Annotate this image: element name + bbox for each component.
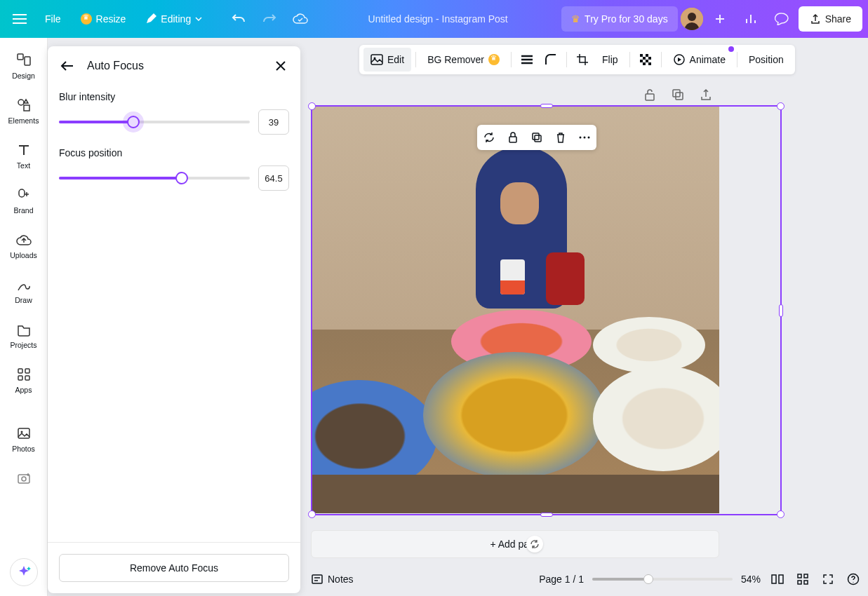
resize-button[interactable]: Resize	[72, 5, 135, 33]
resize-handle-n[interactable]	[540, 104, 553, 108]
rail-label: Uploads	[10, 251, 37, 259]
svg-rect-6	[24, 105, 29, 111]
rail-label: Draw	[15, 296, 32, 304]
avatar-image	[681, 8, 703, 30]
magic-button[interactable]	[10, 558, 38, 586]
blur-intensity-value[interactable]: 39	[258, 109, 289, 135]
more-options-button[interactable]	[577, 130, 592, 145]
resize-handle-se[interactable]	[777, 510, 784, 518]
lock-element-button[interactable]	[505, 130, 521, 145]
selection-box[interactable]	[311, 105, 782, 515]
blur-intensity-slider[interactable]	[59, 115, 250, 129]
refresh-icon	[483, 131, 495, 144]
page-view-button[interactable]	[769, 571, 786, 588]
design-icon	[16, 53, 32, 68]
resize-handle-ne[interactable]	[777, 102, 784, 110]
svg-rect-27	[673, 90, 680, 97]
position-button[interactable]: Position	[742, 48, 791, 72]
crop-icon	[576, 53, 589, 66]
focus-position-label: Focus position	[59, 147, 289, 158]
bottom-bar: Notes Page 1 / 1 54%	[311, 565, 862, 593]
svg-rect-8	[25, 369, 29, 373]
redo-button[interactable]	[255, 5, 283, 33]
resize-handle-sw[interactable]	[308, 510, 316, 518]
cloud-check-icon	[293, 13, 308, 25]
rail-brand[interactable]: Brand	[3, 181, 45, 220]
camera-plus-icon	[16, 471, 32, 485]
panel-back-button[interactable]	[59, 57, 76, 74]
sync-icon	[530, 539, 540, 549]
document-title[interactable]: Untitled design - Instagram Post	[317, 13, 559, 25]
share-button[interactable]: Share	[799, 6, 862, 32]
focus-position-value[interactable]: 64.5	[258, 165, 289, 191]
duplicate-page-button[interactable]	[670, 87, 686, 102]
focus-position-slider[interactable]	[59, 171, 250, 185]
crop-button[interactable]	[571, 48, 594, 72]
analytics-button[interactable]	[737, 5, 765, 33]
panel-close-button[interactable]	[272, 57, 289, 74]
export-icon	[700, 88, 712, 101]
text-icon	[16, 142, 32, 158]
position-label: Position	[749, 54, 784, 65]
menu-button[interactable]	[6, 5, 34, 33]
unlock-icon	[644, 88, 655, 101]
rail-text[interactable]: Text	[3, 136, 45, 175]
add-page-button[interactable]: + Add page	[311, 530, 719, 558]
resize-handle-s[interactable]	[540, 513, 553, 517]
comment-icon	[775, 13, 789, 25]
element-floating-toolbar	[477, 125, 596, 150]
rail-label: Photos	[12, 445, 35, 453]
notes-button[interactable]: Notes	[311, 574, 354, 585]
draw-icon	[16, 277, 32, 292]
crown-icon	[488, 54, 500, 65]
rail-uploads[interactable]: Uploads	[3, 226, 45, 265]
try-pro-button[interactable]: ♛ Try Pro for 30 days	[561, 6, 678, 32]
svg-rect-30	[533, 133, 539, 140]
copy-element-button[interactable]	[529, 130, 545, 145]
cloud-status[interactable]	[286, 5, 314, 33]
user-avatar[interactable]	[681, 8, 703, 30]
svg-rect-39	[804, 574, 808, 578]
rail-extra[interactable]	[3, 464, 45, 492]
edit-image-button[interactable]: Edit	[363, 48, 411, 72]
canvas-utilities	[642, 87, 714, 102]
zoom-value[interactable]: 54%	[741, 574, 761, 585]
export-page-button[interactable]	[698, 87, 714, 102]
undo-button[interactable]	[225, 5, 253, 33]
editing-menu[interactable]: Editing	[137, 5, 211, 33]
grid-view-button[interactable]	[794, 571, 811, 588]
remove-auto-focus-button[interactable]: Remove Auto Focus	[59, 554, 289, 582]
rail-draw[interactable]: Draw	[3, 271, 45, 310]
resize-handle-nw[interactable]	[308, 102, 316, 110]
corner-rounding-button[interactable]	[540, 48, 562, 72]
crown-icon	[81, 13, 92, 25]
help-button[interactable]	[845, 571, 862, 588]
rail-projects[interactable]: Projects	[3, 316, 45, 355]
transparency-button[interactable]	[634, 48, 657, 72]
rail-design[interactable]: Design	[3, 46, 45, 86]
rail-label: Elements	[8, 116, 39, 125]
plus-icon	[714, 13, 726, 25]
svg-rect-37	[779, 575, 783, 583]
rail-photos[interactable]: Photos	[3, 419, 45, 459]
file-menu[interactable]: File	[36, 5, 69, 33]
rail-label: Text	[17, 161, 30, 170]
fullscreen-button[interactable]	[820, 571, 836, 588]
resize-handle-e[interactable]	[779, 304, 783, 317]
add-member-button[interactable]	[706, 5, 734, 33]
rail-elements[interactable]: Elements	[3, 91, 45, 130]
context-toolbar: Edit BG Remover Flip Animate Position	[359, 45, 795, 74]
copy-icon	[531, 132, 542, 143]
flip-button[interactable]: Flip	[595, 48, 625, 72]
regenerate-button[interactable]	[481, 130, 497, 145]
edit-label: Edit	[387, 54, 404, 65]
animate-button[interactable]: Animate	[666, 48, 733, 72]
lock-page-button[interactable]	[642, 87, 657, 102]
bg-remover-button[interactable]: BG Remover	[420, 48, 507, 72]
sync-badge	[526, 536, 543, 553]
comments-button[interactable]	[768, 5, 796, 33]
delete-element-button[interactable]	[553, 130, 568, 145]
zoom-slider[interactable]	[592, 578, 733, 581]
rail-apps[interactable]: Apps	[3, 360, 45, 400]
lines-button[interactable]	[516, 48, 538, 72]
